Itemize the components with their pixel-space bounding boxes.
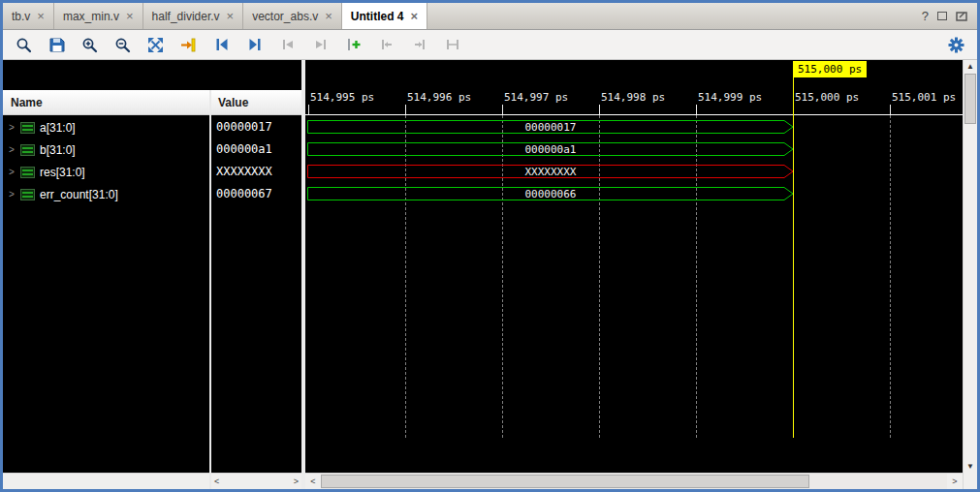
signal-row-err_count[interactable]: > err_count[31:0] — [3, 183, 208, 205]
tab-label: tb.v — [12, 10, 30, 23]
add-marker-icon[interactable] — [338, 32, 368, 57]
cursor-time-badge[interactable]: 515,000 ps — [793, 61, 867, 77]
value-column-scrollbar[interactable]: < > — [211, 473, 301, 489]
signal-row-res[interactable]: > res[31:0] — [3, 161, 208, 183]
tab-close-icon[interactable]: × — [325, 10, 332, 22]
tab-label: vector_abs.v — [252, 10, 318, 23]
wave-toolbar — [3, 30, 977, 60]
wave-bus-err_count[interactable]: 00000066 — [307, 186, 794, 201]
scroll-right-icon[interactable]: > — [294, 477, 299, 486]
tab-half_divider.v[interactable]: half_divider.v × — [143, 3, 244, 29]
tab-close-icon[interactable]: × — [227, 10, 235, 22]
scroll-right-icon[interactable]: > — [947, 477, 963, 486]
signal-value: 000000a1 — [216, 138, 300, 161]
scroll-left-icon[interactable]: < — [305, 477, 321, 486]
wave-bus-b[interactable]: 000000a1 — [307, 141, 794, 157]
tab-label: half_divider.v — [152, 10, 220, 23]
window-controls: ? — [912, 3, 977, 29]
next-marker-icon — [404, 32, 434, 57]
signal-value: 00000067 — [216, 183, 300, 205]
swap-cursors-icon — [437, 32, 467, 57]
tabbar-spacer — [427, 3, 912, 29]
settings-gear-icon[interactable] — [941, 32, 971, 57]
tab-close-icon[interactable]: × — [37, 10, 45, 22]
previous-marker-icon — [371, 32, 401, 57]
signal-name: b[31:0] — [40, 143, 76, 157]
float-window-icon[interactable] — [937, 12, 947, 20]
bus-icon — [20, 144, 35, 156]
simulation-wave-window: tb.v × max_min.v × half_divider.v × vect… — [0, 0, 980, 492]
tick-label: 514,998 ps — [601, 91, 665, 104]
expand-chevron-icon[interactable]: > — [8, 189, 16, 200]
editor-tabbar: tb.v × max_min.v × half_divider.v × vect… — [3, 3, 977, 30]
bus-value-label: 00000066 — [525, 188, 577, 200]
maximize-window-icon[interactable] — [956, 11, 967, 21]
signal-name: res[31:0] — [40, 166, 85, 179]
help-icon[interactable]: ? — [922, 9, 929, 23]
signal-value: 00000017 — [216, 116, 300, 138]
previous-transition-icon — [272, 32, 302, 57]
tab-untitled-4[interactable]: Untitled 4 × — [342, 3, 427, 29]
waveform-panel[interactable]: 515,000 ps 514,995 ps 514,996 ps 514,997… — [305, 60, 963, 489]
tick-label: 514,999 ps — [698, 91, 762, 104]
tick-label: 514,997 ps — [504, 91, 568, 104]
bus-icon — [20, 189, 35, 200]
tick-label: 514,995 ps — [310, 91, 374, 104]
vertical-scrollbar-thumb[interactable] — [964, 74, 976, 124]
name-column-scrollbar[interactable] — [3, 473, 209, 489]
tab-tb.v[interactable]: tb.v × — [3, 3, 54, 29]
signal-table-header: Name Value — [3, 90, 301, 115]
wave-horizontal-scrollbar[interactable]: < > — [305, 473, 963, 489]
gridline — [890, 115, 891, 438]
tab-max_min.v[interactable]: max_min.v × — [54, 3, 143, 29]
expand-chevron-icon[interactable]: > — [8, 122, 16, 133]
zoom-out-icon[interactable] — [108, 32, 138, 57]
scroll-up-icon[interactable]: ▲ — [964, 62, 977, 71]
wave-bus-a[interactable]: 00000017 — [307, 119, 794, 135]
scroll-down-icon[interactable]: ▼ — [964, 462, 977, 471]
ruler-baseline[interactable] — [305, 114, 963, 115]
tab-close-icon[interactable]: × — [411, 10, 419, 22]
tick-label: 514,996 ps — [407, 91, 471, 104]
expand-chevron-icon[interactable]: > — [8, 167, 16, 177]
signal-name: a[31:0] — [40, 121, 76, 135]
bus-value-label: XXXXXXXX — [525, 166, 577, 178]
column-splitter[interactable] — [209, 90, 211, 489]
go-to-last-time-icon[interactable] — [239, 32, 269, 57]
tab-label: max_min.v — [63, 10, 119, 23]
scroll-left-icon[interactable]: < — [214, 477, 219, 486]
value-column-header[interactable]: Value — [218, 96, 248, 109]
signal-row-a[interactable]: > a[31:0] — [3, 116, 208, 138]
zoom-fit-icon[interactable] — [141, 32, 171, 57]
bus-icon — [20, 122, 35, 134]
tab-vector_abs.v[interactable]: vector_abs.v × — [243, 3, 342, 29]
bus-value-label: 000000a1 — [525, 143, 577, 156]
expand-chevron-icon[interactable]: > — [8, 144, 16, 155]
zoom-to-cursor-icon[interactable] — [174, 32, 204, 57]
signal-row-b[interactable]: > b[31:0] — [3, 138, 208, 161]
wave-cursor[interactable] — [793, 77, 794, 438]
signal-panel: Name Value > a[31:0] > b[31:0] > res[31:… — [3, 60, 301, 489]
signal-value: XXXXXXXX — [216, 161, 300, 183]
wave-bus-res[interactable]: XXXXXXXX — [307, 164, 794, 179]
signal-name: err_count[31:0] — [40, 188, 118, 201]
save-icon[interactable] — [42, 32, 72, 57]
bus-icon — [20, 167, 35, 178]
zoom-in-icon[interactable] — [75, 32, 105, 57]
tab-label: Untitled 4 — [351, 10, 404, 23]
tick-label: 515,000 ps — [795, 91, 859, 104]
name-column-header[interactable]: Name — [11, 96, 43, 109]
find-icon[interactable] — [9, 32, 39, 57]
wave-viewer-main: Name Value > a[31:0] > b[31:0] > res[31:… — [3, 60, 977, 489]
tick-label: 515,001 ps — [892, 91, 956, 104]
scrollbar-track[interactable] — [321, 474, 947, 489]
bus-value-label: 00000017 — [525, 121, 577, 134]
vertical-scrollbar[interactable]: ▲ ▼ — [963, 60, 977, 489]
next-transition-icon — [305, 32, 335, 57]
tab-close-icon[interactable]: × — [126, 10, 134, 22]
go-to-time-zero-icon[interactable] — [206, 32, 237, 57]
scrollbar-thumb[interactable] — [321, 475, 809, 488]
